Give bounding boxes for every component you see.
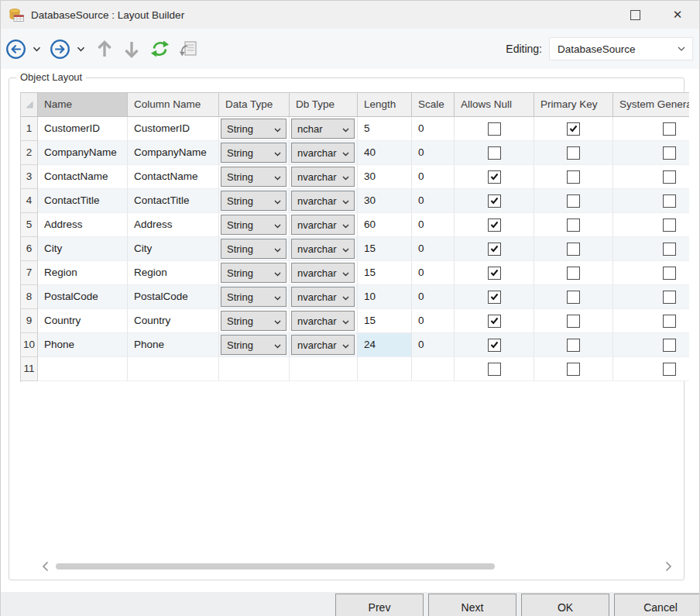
name-cell[interactable]: Region	[38, 261, 128, 285]
row-header[interactable]: 11	[21, 357, 38, 381]
cell-data-type[interactable]: String	[219, 117, 290, 141]
row-header[interactable]: 1	[21, 117, 38, 141]
primary-key-checkbox[interactable]	[567, 315, 580, 328]
cell-db-type[interactable]: nvarchar	[290, 189, 358, 213]
data-type-select[interactable]: String	[221, 191, 287, 211]
column-name-cell[interactable]: Phone	[128, 333, 219, 357]
scale-cell[interactable]: 0	[412, 333, 455, 357]
allows-null-checkbox[interactable]	[488, 219, 501, 232]
system-generated-checkbox[interactable]	[663, 122, 676, 136]
primary-key-checkbox[interactable]	[567, 291, 580, 304]
primary-key-checkbox[interactable]	[567, 339, 580, 352]
length-cell[interactable]: 5	[358, 117, 412, 141]
scale-cell[interactable]: 0	[412, 117, 455, 141]
column-header-length[interactable]: Length	[358, 93, 412, 116]
column-name-cell[interactable]: City	[128, 237, 219, 261]
cell-data-type[interactable]: String	[219, 261, 290, 285]
scale-cell[interactable]	[412, 357, 455, 381]
maximize-button[interactable]	[617, 1, 653, 29]
row-header[interactable]: 10	[21, 333, 38, 357]
cell-data-type[interactable]: String	[219, 309, 290, 333]
row-header[interactable]: 8	[21, 285, 38, 309]
allows-null-checkbox[interactable]	[488, 339, 501, 352]
forward-button[interactable]	[50, 39, 70, 60]
row-header[interactable]: 9	[21, 309, 38, 333]
scale-cell[interactable]: 0	[412, 165, 455, 189]
db-type-select[interactable]: nchar	[291, 119, 355, 139]
cell-db-type[interactable]	[290, 357, 358, 381]
data-type-select[interactable]: String	[221, 263, 287, 283]
name-cell[interactable]: City	[38, 237, 128, 261]
allows-null-checkbox[interactable]	[488, 267, 501, 280]
db-type-select[interactable]: nvarchar	[291, 191, 355, 211]
db-type-select[interactable]: nvarchar	[291, 311, 355, 331]
column-name-cell[interactable]: Region	[128, 261, 219, 285]
column-name-cell[interactable]: ContactName	[128, 165, 219, 189]
cell-db-type[interactable]: nvarchar	[290, 285, 358, 309]
allows-null-checkbox[interactable]	[488, 194, 501, 208]
length-cell[interactable]: 15	[358, 309, 412, 333]
row-header[interactable]: 7	[21, 261, 38, 285]
column-name-cell[interactable]: Country	[128, 309, 219, 333]
column-header-column-name[interactable]: Column Name	[128, 93, 219, 116]
back-dropdown-button[interactable]	[33, 46, 41, 52]
db-type-select[interactable]: nvarchar	[291, 287, 355, 307]
row-header[interactable]: 6	[21, 237, 38, 261]
db-type-select[interactable]: nvarchar	[291, 143, 355, 163]
scroll-right-button[interactable]	[662, 559, 674, 573]
cell-data-type[interactable]: String	[219, 189, 290, 213]
cell-db-type[interactable]: nvarchar	[290, 165, 358, 189]
scroll-track[interactable]	[56, 563, 657, 570]
cell-db-type[interactable]: nvarchar	[290, 237, 358, 261]
name-cell[interactable]: Phone	[38, 333, 128, 357]
cell-db-type[interactable]: nvarchar	[290, 309, 358, 333]
db-type-select[interactable]: nvarchar	[291, 335, 355, 355]
db-type-select[interactable]: nvarchar	[291, 239, 355, 259]
data-type-select[interactable]: String	[221, 167, 287, 187]
length-cell[interactable]: 15	[358, 237, 412, 261]
column-name-cell[interactable]: PostalCode	[128, 285, 219, 309]
select-all-corner[interactable]	[21, 93, 38, 116]
data-type-select[interactable]: String	[221, 119, 287, 139]
system-generated-checkbox[interactable]	[663, 170, 676, 184]
column-header-data-type[interactable]: Data Type	[219, 93, 290, 116]
cell-data-type[interactable]: String	[219, 213, 290, 237]
system-generated-checkbox[interactable]	[663, 315, 676, 328]
scale-cell[interactable]: 0	[412, 309, 455, 333]
system-generated-checkbox[interactable]	[663, 146, 676, 160]
forward-dropdown-button[interactable]	[77, 46, 85, 52]
name-cell[interactable]: PostalCode	[38, 285, 128, 309]
primary-key-checkbox[interactable]	[567, 267, 580, 280]
primary-key-checkbox[interactable]	[567, 170, 580, 184]
column-header-primary-key[interactable]: Primary Key	[534, 93, 613, 116]
data-type-select[interactable]: String	[221, 143, 287, 163]
column-header-allows-null[interactable]: Allows Null	[455, 93, 534, 116]
system-generated-checkbox[interactable]	[663, 267, 676, 280]
editing-select[interactable]: DatabaseSource	[549, 37, 693, 60]
next-button[interactable]: Next	[428, 594, 516, 616]
prev-button[interactable]: Prev	[335, 594, 424, 616]
allows-null-checkbox[interactable]	[488, 315, 501, 328]
primary-key-checkbox[interactable]	[567, 122, 580, 136]
name-cell[interactable]: CompanyName	[38, 141, 128, 165]
length-cell[interactable]: 30	[358, 165, 412, 189]
length-cell[interactable]: 15	[358, 261, 412, 285]
row-header[interactable]: 4	[21, 189, 38, 213]
system-generated-checkbox[interactable]	[663, 243, 676, 256]
allows-null-checkbox[interactable]	[488, 170, 501, 184]
length-cell[interactable]: 24	[358, 333, 412, 357]
back-button[interactable]	[5, 39, 26, 60]
row-header[interactable]: 5	[21, 213, 38, 237]
column-header-system-generated[interactable]: System Generated	[613, 93, 689, 116]
column-header-name[interactable]: Name	[38, 93, 128, 116]
primary-key-checkbox[interactable]	[567, 363, 580, 376]
scale-cell[interactable]: 0	[412, 285, 455, 309]
cell-data-type[interactable]: String	[219, 285, 290, 309]
column-name-cell[interactable]: CompanyName	[128, 141, 219, 165]
scroll-left-button[interactable]	[39, 559, 51, 573]
close-button[interactable]: ✕	[660, 1, 695, 29]
name-cell[interactable]: ContactTitle	[38, 189, 128, 213]
name-cell[interactable]: Address	[38, 213, 128, 237]
data-type-select[interactable]: String	[221, 335, 287, 355]
name-cell[interactable]: ContactName	[38, 165, 128, 189]
